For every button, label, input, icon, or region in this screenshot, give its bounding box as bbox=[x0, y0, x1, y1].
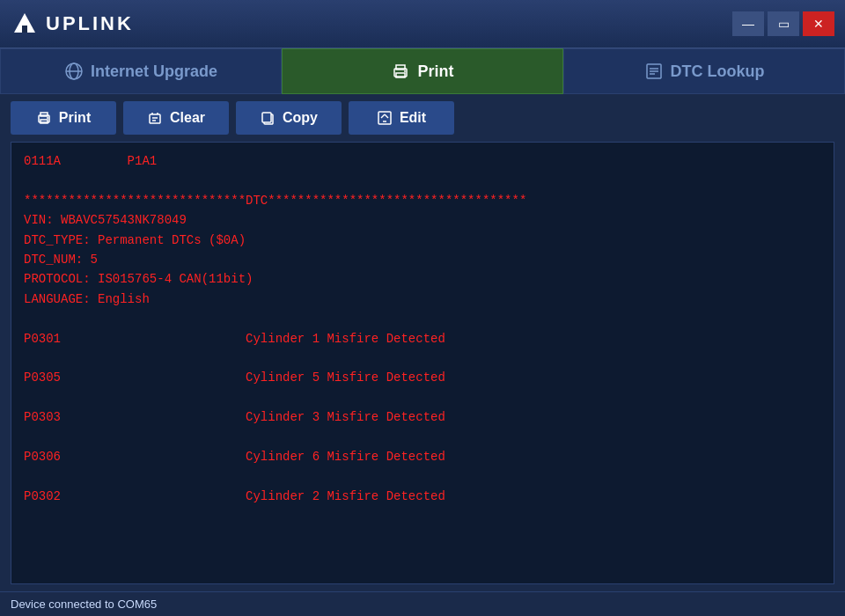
print-btn-label: Print bbox=[59, 110, 91, 126]
window-controls: — ▭ ✕ bbox=[732, 11, 834, 36]
text-display[interactable]: 0111A P1A1 *****************************… bbox=[11, 143, 834, 583]
svg-rect-23 bbox=[262, 113, 271, 122]
print-button[interactable]: Print bbox=[11, 101, 116, 135]
status-bar: Device connected to COM65 bbox=[0, 591, 845, 616]
copy-btn-icon bbox=[260, 110, 276, 126]
app-logo: UPLINK bbox=[11, 10, 724, 38]
status-text: Device connected to COM65 bbox=[11, 598, 157, 611]
tab-dtc-lookup[interactable]: DTC Lookup bbox=[563, 48, 845, 94]
svg-rect-1 bbox=[22, 26, 27, 33]
print-btn-icon bbox=[36, 110, 52, 126]
svg-point-16 bbox=[47, 117, 48, 119]
svg-rect-7 bbox=[396, 73, 405, 77]
copy-button[interactable]: Copy bbox=[236, 101, 342, 135]
edit-btn-label: Edit bbox=[400, 110, 426, 126]
edit-btn-icon bbox=[377, 110, 393, 126]
svg-rect-14 bbox=[40, 113, 48, 116]
svg-rect-15 bbox=[40, 120, 48, 123]
clear-button[interactable]: Clear bbox=[123, 101, 229, 135]
content-area: 0111A P1A1 *****************************… bbox=[11, 142, 834, 584]
svg-point-8 bbox=[404, 70, 406, 72]
svg-line-26 bbox=[385, 114, 388, 118]
minimize-button[interactable]: — bbox=[732, 11, 764, 36]
copy-btn-label: Copy bbox=[283, 110, 318, 126]
svg-rect-24 bbox=[378, 112, 391, 124]
uplink-logo-icon bbox=[11, 10, 39, 38]
app-title: UPLINK bbox=[46, 12, 134, 35]
svg-rect-17 bbox=[150, 114, 160, 123]
toolbar: Print Clear Copy Edit bbox=[0, 94, 845, 142]
printer-icon bbox=[391, 62, 410, 81]
svg-line-25 bbox=[381, 114, 385, 118]
clear-btn-label: Clear bbox=[170, 110, 205, 126]
clear-btn-icon bbox=[147, 110, 163, 126]
close-button[interactable]: ✕ bbox=[803, 11, 834, 36]
tab-print[interactable]: Print bbox=[282, 48, 563, 94]
tab-internet-upgrade-label: Internet Upgrade bbox=[91, 62, 217, 81]
edit-button[interactable]: Edit bbox=[349, 101, 454, 135]
lookup-icon bbox=[644, 62, 664, 81]
globe-icon bbox=[64, 62, 84, 81]
tab-internet-upgrade[interactable]: Internet Upgrade bbox=[0, 48, 282, 94]
tab-dtc-lookup-label: DTC Lookup bbox=[671, 62, 765, 81]
svg-rect-6 bbox=[396, 65, 405, 70]
nav-tabs: Internet Upgrade Print DTC Lookup bbox=[0, 48, 845, 94]
title-bar: UPLINK — ▭ ✕ bbox=[0, 0, 845, 48]
tab-print-label: Print bbox=[417, 62, 453, 81]
maximize-button[interactable]: ▭ bbox=[768, 11, 799, 36]
